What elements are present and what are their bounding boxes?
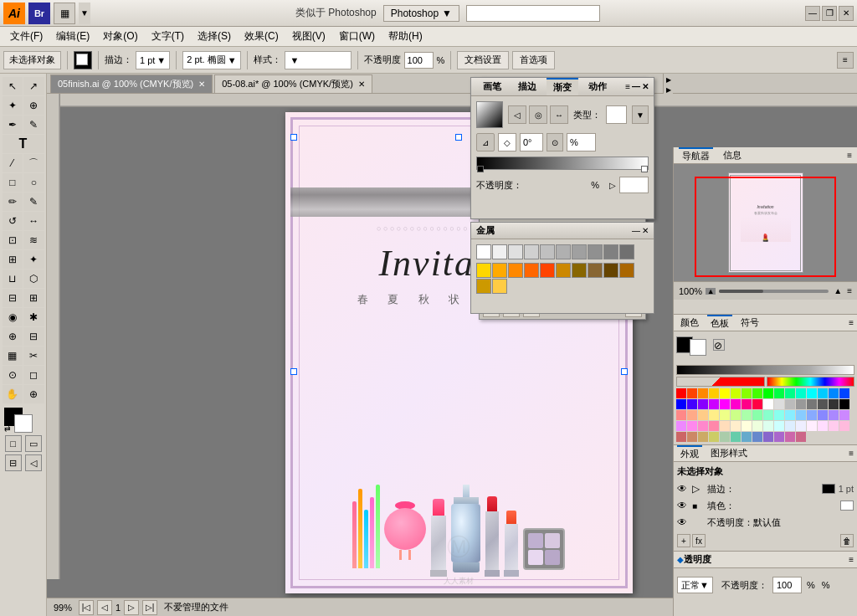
swatch-cell[interactable] <box>829 399 839 409</box>
menu-effect[interactable]: 效果(C) <box>238 28 285 45</box>
trans-opacity-value[interactable]: 100 <box>772 577 802 593</box>
swatch-cell[interactable] <box>698 421 708 431</box>
stroke-color-box[interactable] <box>74 51 92 69</box>
swatch-cell[interactable] <box>720 421 730 431</box>
type-tool[interactable]: T <box>3 135 44 153</box>
swatch-cell[interactable] <box>698 410 708 420</box>
metal-swatch-cell[interactable] <box>524 244 539 259</box>
swatch-cell[interactable] <box>818 399 828 409</box>
column-graph-tool[interactable]: ▦ <box>3 346 23 365</box>
swatch-cell[interactable] <box>687 410 697 420</box>
eyedropper-tool[interactable]: ✱ <box>23 308 44 326</box>
doc-settings-button[interactable]: 文档设置 <box>457 51 509 69</box>
radial-gradient-btn[interactable]: ◎ <box>529 105 547 124</box>
menu-help[interactable]: 帮助(H) <box>382 28 429 45</box>
swatch-cell[interactable] <box>698 432 708 442</box>
menu-select[interactable]: 选择(S) <box>191 28 238 45</box>
none-swatch[interactable]: ⊘ <box>713 339 725 351</box>
panel-collapse-btn[interactable]: — <box>632 82 640 91</box>
swatch-cell[interactable] <box>774 432 784 442</box>
metal-swatch-cell[interactable] <box>492 263 507 278</box>
gradient-bar[interactable] <box>476 157 649 170</box>
photoshop-dropdown[interactable]: Photoshop ▼ <box>383 5 459 22</box>
first-page-btn[interactable]: |◁ <box>79 600 94 615</box>
menu-file[interactable]: 文件(F) <box>3 28 49 45</box>
metal-swatch-cell[interactable] <box>492 244 507 259</box>
metal-swatch-cell[interactable] <box>508 244 523 259</box>
swatch-cell[interactable] <box>731 432 741 442</box>
swatch-cell[interactable] <box>796 432 806 442</box>
swatch-cell[interactable] <box>829 421 839 431</box>
swatch-cell[interactable] <box>796 399 806 409</box>
appear-delete-btn[interactable]: 🗑 <box>840 534 854 547</box>
type-dropdown-btn[interactable]: ▼ <box>632 105 649 124</box>
swatch-cell[interactable] <box>839 410 849 420</box>
tab-symbols[interactable]: 符号 <box>737 316 762 330</box>
style-dropdown[interactable]: ▼ <box>285 51 352 69</box>
appear-fill-swatch[interactable] <box>840 501 854 511</box>
metal-swatch-cell[interactable] <box>603 244 618 259</box>
metal-swatch-cell[interactable] <box>619 244 634 259</box>
swatch-cell[interactable] <box>796 388 806 398</box>
restore-button[interactable]: ❐ <box>822 6 837 21</box>
swatch-cell[interactable] <box>829 388 839 398</box>
swatch-cell[interactable] <box>807 410 817 420</box>
stroke-color[interactable] <box>14 414 33 433</box>
scale-tool[interactable]: ⊡ <box>3 231 23 249</box>
swatch-cell[interactable] <box>676 399 686 409</box>
lasso-tool[interactable]: ⊕ <box>23 96 44 115</box>
gradient-preview-swatch[interactable] <box>476 101 503 128</box>
metal-swatch-cell[interactable] <box>572 244 587 259</box>
paintbrush-tool[interactable]: ✏ <box>3 192 23 211</box>
metal-swatch-cell[interactable] <box>588 263 603 278</box>
screen-mode-btn[interactable]: ⊟ <box>5 454 22 471</box>
appear-eye-3[interactable]: 👁 <box>677 516 689 528</box>
angle-value[interactable]: 0° <box>520 133 543 151</box>
live-paint-tool[interactable]: ⬡ <box>23 270 44 288</box>
swatch-cell[interactable] <box>731 399 741 409</box>
swatch-cell[interactable] <box>698 399 708 409</box>
swatch-cell[interactable] <box>752 410 762 420</box>
swatch-cell[interactable] <box>785 388 795 398</box>
swatch-cell[interactable] <box>720 410 730 420</box>
swatch-cell[interactable] <box>676 421 686 431</box>
tab-gradient[interactable]: 渐变 <box>547 78 578 95</box>
search-input[interactable] <box>466 5 600 22</box>
swatch-cell[interactable] <box>785 410 795 420</box>
line-tool[interactable]: ∕ <box>3 154 23 172</box>
tab-brush[interactable]: 画笔 <box>476 79 508 95</box>
tab-05finish[interactable]: 05finish.ai @ 100% (CMYK/预览) ✕ <box>50 74 213 93</box>
swatch-cell[interactable] <box>774 399 784 409</box>
metal-swatch-cell[interactable] <box>476 279 491 294</box>
swatch-cell[interactable] <box>796 421 806 431</box>
free-transform-tool[interactable]: ✦ <box>23 250 44 269</box>
selection-tool[interactable]: ↖ <box>3 77 23 95</box>
swatch-cell[interactable] <box>742 432 752 442</box>
appear-stroke-swatch[interactable] <box>822 484 835 494</box>
ellipse-tool[interactable]: ○ <box>23 173 44 192</box>
tab-graphic-styles[interactable]: 图形样式 <box>707 446 751 460</box>
swatch-cell[interactable] <box>731 410 741 420</box>
direct-selection-tool[interactable]: ↗ <box>23 77 44 95</box>
swatch-cell[interactable] <box>839 388 849 398</box>
opacity-value[interactable]: 100 <box>404 52 434 69</box>
swatch-cell[interactable] <box>742 410 752 420</box>
gradient-stop-right[interactable] <box>641 166 648 172</box>
swatch-cell[interactable] <box>742 399 752 409</box>
tab-info[interactable]: 信息 <box>720 148 745 162</box>
rainbow-swatch[interactable] <box>767 377 855 387</box>
metal-swatch-cell[interactable] <box>588 244 603 259</box>
tab-close-2[interactable]: ✕ <box>358 80 365 89</box>
swatch-cell[interactable] <box>720 399 730 409</box>
next-page-btn[interactable]: ▷ <box>124 600 139 615</box>
menu-type[interactable]: 文字(T) <box>145 28 191 45</box>
swatch-cell[interactable] <box>687 388 697 398</box>
dropdown-arrow[interactable]: ▼ <box>79 3 90 24</box>
metal-swatch-cell[interactable] <box>476 244 491 259</box>
add-anchor-tool[interactable]: ✎ <box>23 116 44 134</box>
metal-swatch-cell[interactable] <box>556 263 571 278</box>
nav-expand-btn[interactable]: ≡ <box>847 286 852 295</box>
swatch-cell[interactable] <box>742 388 752 398</box>
swatch-cell[interactable] <box>709 410 719 420</box>
swatch-cell[interactable] <box>785 399 795 409</box>
